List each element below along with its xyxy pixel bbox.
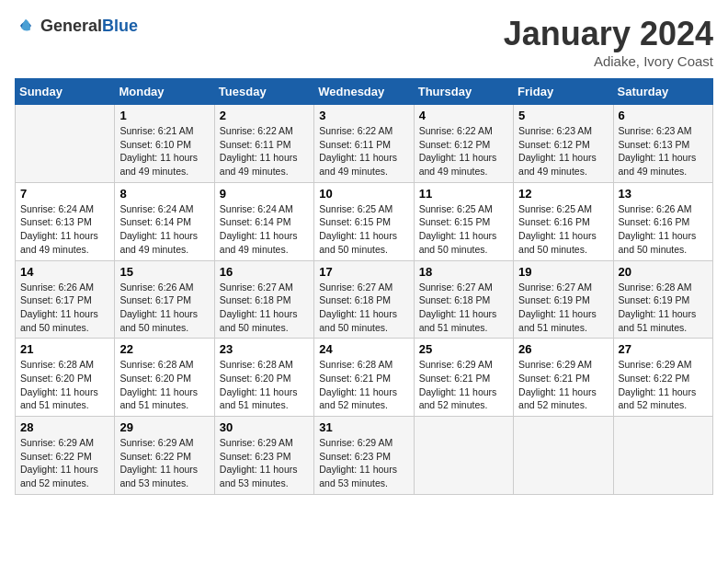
calendar-cell: 23Sunrise: 6:28 AMSunset: 6:20 PMDayligh… — [214, 339, 313, 417]
day-number: 31 — [319, 420, 408, 434]
day-info: Sunrise: 6:22 AMSunset: 6:11 PMDaylight:… — [319, 124, 408, 178]
day-number: 2 — [220, 109, 309, 122]
day-info: Sunrise: 6:28 AMSunset: 6:20 PMDaylight:… — [20, 358, 109, 412]
calendar-cell: 8Sunrise: 6:24 AMSunset: 6:14 PMDaylight… — [115, 182, 214, 260]
calendar-cell: 16Sunrise: 6:27 AMSunset: 6:18 PMDayligh… — [214, 260, 313, 339]
header-day-tuesday: Tuesday — [214, 79, 313, 105]
day-info: Sunrise: 6:28 AMSunset: 6:20 PMDaylight:… — [119, 358, 209, 412]
calendar-cell: 31Sunrise: 6:29 AMSunset: 6:23 PMDayligh… — [314, 417, 414, 495]
day-number: 21 — [20, 342, 109, 356]
day-number: 10 — [319, 187, 408, 201]
week-row: 28Sunrise: 6:29 AMSunset: 6:22 PMDayligh… — [16, 417, 713, 495]
logo-text: GeneralBlue — [40, 17, 138, 36]
day-number: 26 — [518, 342, 608, 356]
calendar-cell: 6Sunrise: 6:23 AMSunset: 6:13 PMDaylight… — [613, 105, 712, 183]
calendar-cell: 27Sunrise: 6:29 AMSunset: 6:22 PMDayligh… — [613, 339, 712, 417]
week-row: 7Sunrise: 6:24 AMSunset: 6:13 PMDaylight… — [16, 182, 713, 260]
day-number: 11 — [419, 187, 508, 201]
day-info: Sunrise: 6:29 AMSunset: 6:21 PMDaylight:… — [518, 358, 608, 412]
calendar-cell: 4Sunrise: 6:22 AMSunset: 6:12 PMDaylight… — [414, 105, 513, 183]
day-info: Sunrise: 6:24 AMSunset: 6:14 PMDaylight:… — [119, 202, 209, 257]
day-info: Sunrise: 6:21 AMSunset: 6:10 PMDaylight:… — [119, 124, 209, 178]
calendar-cell: 13Sunrise: 6:26 AMSunset: 6:16 PMDayligh… — [613, 182, 712, 260]
calendar-cell: 17Sunrise: 6:27 AMSunset: 6:18 PMDayligh… — [314, 260, 414, 339]
logo-blue: Blue — [102, 17, 138, 35]
day-number: 28 — [20, 420, 109, 434]
calendar-cell: 3Sunrise: 6:22 AMSunset: 6:11 PMDaylight… — [314, 105, 414, 183]
day-info: Sunrise: 6:29 AMSunset: 6:21 PMDaylight:… — [419, 358, 508, 412]
calendar-header: SundayMondayTuesdayWednesdayThursdayFrid… — [16, 79, 713, 105]
day-number: 23 — [220, 342, 309, 356]
calendar-cell: 10Sunrise: 6:25 AMSunset: 6:15 PMDayligh… — [314, 182, 414, 260]
week-row: 1Sunrise: 6:21 AMSunset: 6:10 PMDaylight… — [16, 105, 713, 183]
day-info: Sunrise: 6:27 AMSunset: 6:18 PMDaylight:… — [319, 281, 408, 335]
day-number: 15 — [119, 265, 209, 279]
day-info: Sunrise: 6:27 AMSunset: 6:18 PMDaylight:… — [220, 281, 309, 335]
calendar-table: SundayMondayTuesdayWednesdayThursdayFrid… — [15, 78, 713, 495]
day-info: Sunrise: 6:22 AMSunset: 6:11 PMDaylight:… — [220, 124, 309, 178]
day-number: 27 — [619, 342, 708, 356]
day-number: 8 — [119, 187, 209, 201]
day-info: Sunrise: 6:25 AMSunset: 6:15 PMDaylight:… — [319, 202, 408, 257]
calendar-cell: 11Sunrise: 6:25 AMSunset: 6:15 PMDayligh… — [414, 182, 513, 260]
calendar-cell: 21Sunrise: 6:28 AMSunset: 6:20 PMDayligh… — [16, 339, 115, 417]
day-info: Sunrise: 6:22 AMSunset: 6:12 PMDaylight:… — [419, 124, 508, 178]
calendar-cell: 30Sunrise: 6:29 AMSunset: 6:23 PMDayligh… — [214, 417, 313, 495]
week-row: 14Sunrise: 6:26 AMSunset: 6:17 PMDayligh… — [16, 260, 713, 339]
calendar-body: 1Sunrise: 6:21 AMSunset: 6:10 PMDaylight… — [16, 105, 713, 495]
calendar-cell: 2Sunrise: 6:22 AMSunset: 6:11 PMDaylight… — [214, 105, 313, 183]
week-row: 21Sunrise: 6:28 AMSunset: 6:20 PMDayligh… — [16, 339, 713, 417]
day-info: Sunrise: 6:29 AMSunset: 6:22 PMDaylight:… — [619, 358, 708, 412]
day-info: Sunrise: 6:26 AMSunset: 6:17 PMDaylight:… — [119, 281, 209, 335]
day-info: Sunrise: 6:25 AMSunset: 6:15 PMDaylight:… — [419, 202, 508, 257]
calendar-cell: 12Sunrise: 6:25 AMSunset: 6:16 PMDayligh… — [514, 182, 613, 260]
day-info: Sunrise: 6:26 AMSunset: 6:16 PMDaylight:… — [619, 202, 708, 257]
month-title: January 2024 — [504, 15, 713, 53]
header-row: SundayMondayTuesdayWednesdayThursdayFrid… — [16, 79, 713, 105]
day-number: 19 — [518, 265, 608, 279]
day-info: Sunrise: 6:29 AMSunset: 6:22 PMDaylight:… — [119, 436, 209, 490]
title-block: January 2024 Adiake, Ivory Coast — [504, 15, 713, 69]
header-day-thursday: Thursday — [414, 79, 513, 105]
day-info: Sunrise: 6:27 AMSunset: 6:19 PMDaylight:… — [518, 281, 608, 335]
day-info: Sunrise: 6:24 AMSunset: 6:14 PMDaylight:… — [220, 202, 309, 257]
day-info: Sunrise: 6:24 AMSunset: 6:13 PMDaylight:… — [20, 202, 109, 257]
logo-general: General — [40, 17, 102, 35]
logo-icon — [15, 15, 37, 37]
day-info: Sunrise: 6:23 AMSunset: 6:12 PMDaylight:… — [518, 124, 608, 178]
calendar-cell: 29Sunrise: 6:29 AMSunset: 6:22 PMDayligh… — [115, 417, 214, 495]
day-number: 1 — [119, 109, 209, 122]
calendar-cell: 5Sunrise: 6:23 AMSunset: 6:12 PMDaylight… — [514, 105, 613, 183]
day-number: 3 — [319, 109, 408, 122]
calendar-cell: 14Sunrise: 6:26 AMSunset: 6:17 PMDayligh… — [16, 260, 115, 339]
day-number: 5 — [518, 109, 608, 122]
day-info: Sunrise: 6:29 AMSunset: 6:22 PMDaylight:… — [20, 436, 109, 490]
calendar-cell: 19Sunrise: 6:27 AMSunset: 6:19 PMDayligh… — [514, 260, 613, 339]
day-number: 16 — [220, 265, 309, 279]
calendar-cell: 15Sunrise: 6:26 AMSunset: 6:17 PMDayligh… — [115, 260, 214, 339]
day-number: 7 — [20, 187, 109, 201]
day-info: Sunrise: 6:28 AMSunset: 6:21 PMDaylight:… — [319, 358, 408, 412]
calendar-cell: 28Sunrise: 6:29 AMSunset: 6:22 PMDayligh… — [16, 417, 115, 495]
page-header: GeneralBlue January 2024 Adiake, Ivory C… — [15, 15, 713, 69]
header-day-saturday: Saturday — [613, 79, 712, 105]
calendar-cell: 20Sunrise: 6:28 AMSunset: 6:19 PMDayligh… — [613, 260, 712, 339]
location: Adiake, Ivory Coast — [504, 53, 713, 69]
calendar-cell: 18Sunrise: 6:27 AMSunset: 6:18 PMDayligh… — [414, 260, 513, 339]
calendar-cell — [414, 417, 513, 495]
day-number: 29 — [119, 420, 209, 434]
day-number: 9 — [220, 187, 309, 201]
day-info: Sunrise: 6:28 AMSunset: 6:20 PMDaylight:… — [220, 358, 309, 412]
day-info: Sunrise: 6:23 AMSunset: 6:13 PMDaylight:… — [619, 124, 708, 178]
calendar-cell: 9Sunrise: 6:24 AMSunset: 6:14 PMDaylight… — [214, 182, 313, 260]
calendar-cell: 26Sunrise: 6:29 AMSunset: 6:21 PMDayligh… — [514, 339, 613, 417]
calendar-cell: 25Sunrise: 6:29 AMSunset: 6:21 PMDayligh… — [414, 339, 513, 417]
day-info: Sunrise: 6:29 AMSunset: 6:23 PMDaylight:… — [220, 436, 309, 490]
day-number: 18 — [419, 265, 508, 279]
day-number: 25 — [419, 342, 508, 356]
day-number: 6 — [619, 109, 708, 122]
day-info: Sunrise: 6:28 AMSunset: 6:19 PMDaylight:… — [619, 281, 708, 335]
header-day-sunday: Sunday — [16, 79, 115, 105]
day-number: 12 — [518, 187, 608, 201]
day-number: 17 — [319, 265, 408, 279]
